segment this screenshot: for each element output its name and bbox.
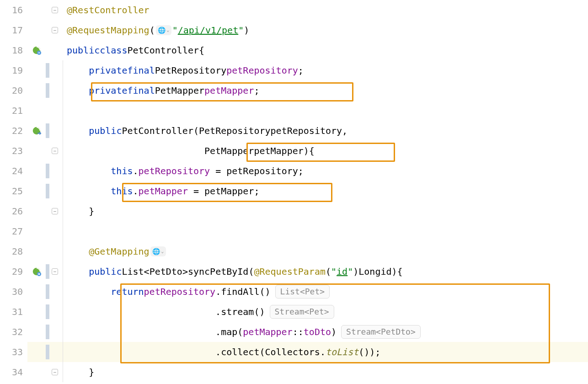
line-number[interactable]: 32 [0, 322, 27, 342]
gutter-cell[interactable] [27, 141, 46, 161]
line-number[interactable]: 27 [0, 221, 27, 241]
code-line[interactable]: 25 this.petMapper = petMapper; [0, 181, 588, 201]
code-line[interactable]: 31 .stream()Stream<Pet> [0, 302, 588, 322]
spring-bean-icon[interactable] [32, 45, 42, 55]
code-line[interactable]: 24 this.petRepository = petRepository; [0, 161, 588, 181]
line-number[interactable]: 16 [0, 0, 27, 20]
code-text[interactable]: @RestController [66, 0, 588, 20]
vcs-change-marker[interactable] [46, 264, 49, 279]
code-line[interactable]: 16 − @RestController [0, 0, 588, 20]
string-literal-url[interactable]: /api/v1/pet [178, 26, 238, 35]
gutter-cell[interactable] [27, 201, 46, 221]
fold-cell[interactable] [50, 241, 59, 261]
code-line-current[interactable]: 33 .collect(Collectors.toList()); [0, 342, 588, 362]
fold-cell[interactable] [50, 221, 59, 241]
gutter-cell[interactable] [27, 282, 46, 302]
line-number[interactable]: 24 [0, 161, 27, 181]
fold-cell[interactable]: − [50, 261, 59, 282]
code-line[interactable]: 32 .map(petMapper::toDto)Stream<PetDto> [0, 322, 588, 342]
code-text[interactable]: .map(petMapper::toDto)Stream<PetDto> [66, 322, 588, 342]
line-number[interactable]: 31 [0, 302, 27, 322]
fold-cell[interactable] [50, 322, 59, 342]
gutter-cell[interactable] [27, 20, 46, 40]
code-line[interactable]: 29 − public List<PetDto> syncPetById(@Re… [0, 261, 588, 282]
vcs-change-marker[interactable] [46, 164, 49, 178]
code-text[interactable]: this.petRepository = petRepository; [66, 161, 588, 181]
gutter-cell[interactable] [27, 101, 46, 121]
fold-cell[interactable] [50, 60, 59, 80]
fold-cell[interactable]: − [50, 0, 59, 20]
vcs-cell[interactable] [46, 322, 50, 342]
line-number[interactable]: 17 [0, 20, 27, 40]
vcs-change-marker[interactable] [46, 284, 49, 299]
line-number[interactable]: 26 [0, 201, 27, 221]
fold-cell[interactable] [50, 40, 59, 60]
line-number[interactable]: 20 [0, 80, 27, 101]
code-line[interactable]: 26 − } [0, 201, 588, 221]
code-text[interactable] [66, 221, 588, 241]
code-text[interactable]: } [66, 362, 588, 382]
fold-cell[interactable] [50, 161, 59, 181]
vcs-change-marker[interactable] [46, 63, 49, 78]
gutter-cell[interactable] [27, 40, 46, 60]
line-number[interactable]: 33 [0, 342, 27, 362]
fold-toggle-icon[interactable]: − [52, 148, 58, 154]
code-text[interactable]: PetMapper petMapper) { [66, 141, 588, 161]
code-line[interactable]: 27 [0, 221, 588, 241]
code-text[interactable]: public PetController(PetRepository petRe… [66, 121, 588, 141]
code-line[interactable]: 30 return petRepository.findAll()List<Pe… [0, 282, 588, 302]
code-text[interactable]: @GetMapping 🌐⌄ [66, 241, 588, 261]
fold-cell[interactable]: − [50, 201, 59, 221]
code-line[interactable]: 34 − } [0, 362, 588, 382]
line-number[interactable]: 19 [0, 60, 27, 80]
spring-nav-icon[interactable] [32, 126, 42, 136]
gutter-cell[interactable] [27, 261, 46, 282]
code-line[interactable]: 19 private final PetRepository petReposi… [0, 60, 588, 80]
vcs-cell[interactable] [46, 302, 50, 322]
code-line[interactable]: 23 − PetMapper petMapper) { [0, 141, 588, 161]
vcs-cell[interactable] [46, 342, 50, 362]
vcs-cell[interactable] [46, 121, 50, 141]
vcs-change-marker[interactable] [46, 123, 49, 138]
gutter-cell[interactable] [27, 241, 46, 261]
gutter-cell[interactable] [27, 221, 46, 241]
gutter-cell[interactable] [27, 80, 46, 101]
fold-cell[interactable]: − [50, 362, 59, 382]
code-line[interactable]: 20 private final PetMapper petMapper; [0, 80, 588, 101]
code-line[interactable]: 22 public PetController(PetRepository pe… [0, 121, 588, 141]
line-number[interactable]: 25 [0, 181, 27, 201]
code-text[interactable] [66, 101, 588, 121]
code-text[interactable]: @RequestMapping(🌐⌄"/api/v1/pet") [66, 20, 588, 40]
vcs-cell[interactable] [46, 161, 50, 181]
fold-toggle-icon[interactable]: − [52, 268, 58, 275]
gutter-cell[interactable] [27, 362, 46, 382]
code-text[interactable]: public List<PetDto> syncPetById(@Request… [66, 261, 588, 282]
vcs-change-marker[interactable] [46, 184, 49, 198]
fold-cell[interactable] [50, 80, 59, 101]
gutter-cell[interactable] [27, 302, 46, 322]
gutter-cell[interactable] [27, 342, 46, 362]
fold-toggle-icon[interactable]: − [52, 27, 58, 33]
gutter-cell[interactable] [27, 181, 46, 201]
gutter-cell[interactable] [27, 322, 46, 342]
fold-cell[interactable]: − [50, 20, 59, 40]
code-text[interactable]: return petRepository.findAll()List<Pet> [66, 282, 588, 302]
code-editor[interactable]: 16 − @RestController 17 − @RequestMappin… [0, 0, 588, 382]
fold-cell[interactable] [50, 101, 59, 121]
vcs-change-marker[interactable] [46, 345, 49, 359]
gutter-cell[interactable] [27, 161, 46, 181]
vcs-change-marker[interactable] [46, 304, 49, 319]
gutter-cell[interactable] [27, 121, 46, 141]
code-line[interactable]: 28 @GetMapping 🌐⌄ [0, 241, 588, 261]
url-mapping-inlay[interactable]: 🌐⌄ [156, 25, 171, 35]
code-line[interactable]: 21 [0, 101, 588, 121]
line-number[interactable]: 29 [0, 261, 27, 282]
line-number[interactable]: 23 [0, 141, 27, 161]
fold-cell[interactable]: − [50, 141, 59, 161]
url-mapping-inlay[interactable]: 🌐⌄ [150, 246, 166, 256]
fold-toggle-icon[interactable]: − [52, 7, 58, 13]
code-line[interactable]: 17 − @RequestMapping(🌐⌄"/api/v1/pet") [0, 20, 588, 40]
fold-cell[interactable] [50, 342, 59, 362]
code-text[interactable]: private final PetRepository petRepositor… [66, 60, 588, 80]
fold-cell[interactable] [50, 282, 59, 302]
